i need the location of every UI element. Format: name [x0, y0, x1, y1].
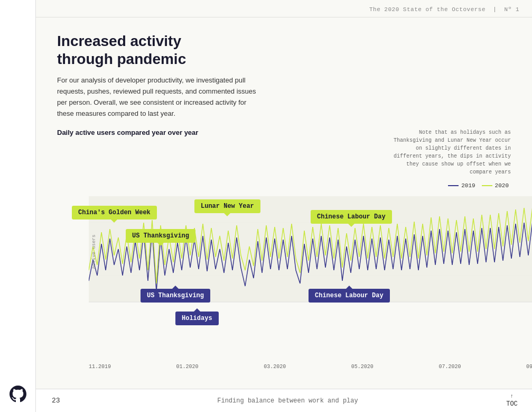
content-area: Increased activitythrough pandemic For o… [36, 17, 532, 389]
legend-2020: 2020 [482, 182, 509, 189]
publication-text: The 2020 State of the Octoverse [369, 6, 486, 13]
x-label-3: 03.2020 [264, 364, 286, 370]
chart-legend: 2019 2020 [448, 182, 509, 189]
header-publication: The 2020 State of the Octoverse | Nº 1 [369, 6, 519, 13]
github-logo-icon [10, 386, 26, 402]
chart-container: 2019 2020 China's Golden Week Lun [57, 181, 511, 389]
tooltip-us-thanksgiving-top: US Thanksgiving [126, 229, 195, 243]
chart-subtitle: Daily active users compared year over ye… [57, 129, 198, 136]
left-sidebar [0, 0, 36, 412]
tooltip-us-thanksgiving-bottom: US Thanksgiving [141, 289, 210, 303]
x-label-5: 07.2020 [438, 364, 461, 370]
page-number: 23 [52, 397, 73, 405]
toc-button[interactable]: ↑ TOC [502, 393, 521, 408]
issue-text: Nº 1 [505, 6, 519, 13]
x-label-2: 01.2020 [176, 364, 199, 370]
chart-section: Daily active users compared year over ye… [57, 129, 511, 389]
tooltip-chinese-labour-day-bottom: Chinese Labour Day [309, 289, 390, 303]
toc-arrow-icon: ↑ [510, 393, 514, 399]
header-bar: The 2020 State of the Octoverse | Nº 1 [36, 0, 532, 17]
page-title: Increased activitythrough pandemic [57, 32, 258, 68]
tooltip-chinese-labour-day-top: Chinese Labour Day [311, 210, 392, 224]
legend-2019: 2019 [448, 182, 475, 189]
toc-label: TOC [506, 400, 518, 408]
x-label-1: 11.2019 [89, 364, 111, 370]
footer-tagline: Finding balance between work and play [73, 397, 502, 405]
tooltip-holidays: Holidays [175, 312, 219, 325]
x-axis-labels: 11.2019 01.2020 03.2020 05.2020 07.2020 … [89, 364, 532, 370]
main-content: The 2020 State of the Octoverse | Nº 1 I… [36, 0, 532, 412]
legend-line-2019-icon [448, 185, 459, 186]
tooltip-golden-week: China's Golden Week [72, 206, 157, 219]
bottom-footer: 23 Finding balance between work and play… [36, 389, 532, 412]
article-description: For our analysis of developer productivi… [57, 75, 258, 119]
chart-header-row: Daily active users compared year over ye… [57, 129, 511, 176]
legend-2020-label: 2020 [495, 182, 509, 189]
legend-line-2020-icon [482, 185, 492, 186]
x-label-4: 05.2020 [351, 364, 374, 370]
chart-note: Note that as holidays such as Thanksgivi… [384, 129, 511, 176]
y-axis-label: active users [91, 235, 97, 269]
tooltip-lunar-new-year: Lunar New Year [194, 199, 260, 213]
legend-2019-label: 2019 [461, 182, 475, 189]
x-label-6: 09.2020 [526, 364, 532, 370]
